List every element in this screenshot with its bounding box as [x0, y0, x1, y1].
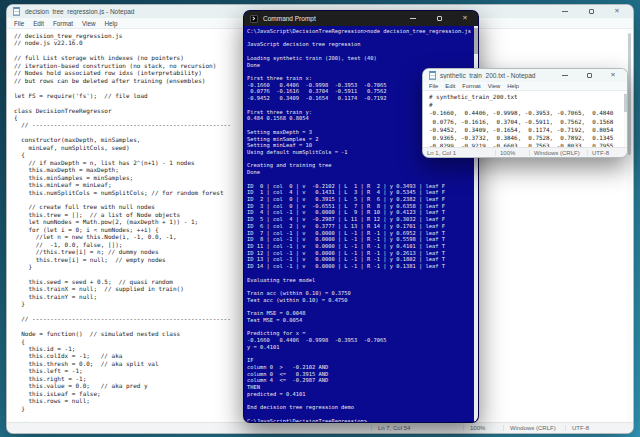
- close-icon: ✕: [610, 72, 615, 79]
- close-button[interactable]: ✕: [607, 70, 619, 81]
- scrollbar-thumb[interactable]: [474, 28, 478, 54]
- notepad-small-window: synthetic_train_200.txt - Notepad ✕ File…: [422, 68, 628, 158]
- window-title: synthetic_train_200.txt - Notepad: [440, 72, 555, 79]
- menu-file[interactable]: File: [14, 20, 24, 27]
- desktop: { "colors": { "cmd_background": "#0a0a91…: [0, 0, 640, 437]
- notepad-small-editor[interactable]: # synthetic_train_200.txt # -0.1660, 0.4…: [423, 92, 627, 147]
- notepad-main-statusbar: Ln 7, Col 54 100% Windows (CRLF) UTF-8: [7, 422, 633, 433]
- notepad-small-statusbar: Ln 1, Col 1 100% Windows (CRLF) UTF-8: [423, 147, 627, 157]
- menu-view[interactable]: View: [82, 20, 96, 27]
- minimize-icon: [562, 11, 568, 12]
- close-button[interactable]: ✕: [611, 6, 623, 17]
- menu-format[interactable]: Format: [53, 20, 73, 27]
- maximize-icon: [587, 73, 592, 78]
- minimize-icon: [410, 18, 416, 19]
- command-prompt-titlebar[interactable]: Command Prompt ✕: [244, 11, 478, 26]
- command-prompt-icon: [250, 15, 258, 23]
- encoding: UTF-8: [587, 150, 627, 156]
- zoom-level: 100%: [463, 425, 503, 431]
- menu-help[interactable]: Help: [507, 83, 519, 89]
- menu-edit[interactable]: Edit: [33, 20, 44, 27]
- cursor-position: Ln 7, Col 54: [371, 425, 463, 431]
- notepad-small-titlebar[interactable]: synthetic_train_200.txt - Notepad ✕: [423, 69, 627, 82]
- close-icon: ✕: [614, 8, 619, 15]
- menu-help[interactable]: Help: [105, 20, 118, 27]
- menu-edit[interactable]: Edit: [445, 83, 455, 89]
- line-ending: Windows (CRLF): [503, 425, 565, 431]
- maximize-icon: [589, 9, 594, 14]
- scrollbar-thumb[interactable]: [628, 33, 631, 155]
- notepad-small-scrollbar[interactable]: [624, 92, 627, 147]
- maximize-button[interactable]: [585, 6, 597, 17]
- notepad-icon: [429, 71, 436, 80]
- scrollbar-thumb[interactable]: [624, 94, 627, 112]
- minimize-button[interactable]: [407, 13, 419, 24]
- encoding: UTF-8: [565, 425, 609, 431]
- cursor-position: Ln 1, Col 1: [423, 150, 495, 156]
- minimize-icon: [562, 75, 568, 76]
- minimize-button[interactable]: [559, 6, 571, 17]
- line-ending: Windows (CRLF): [529, 150, 587, 156]
- notepad-small-menubar: File Edit Format View Help: [423, 82, 627, 91]
- maximize-button[interactable]: [583, 70, 595, 81]
- maximize-icon: [437, 16, 442, 21]
- maximize-button[interactable]: [433, 13, 445, 24]
- file-text: # synthetic_train_200.txt # -0.1660, 0.4…: [423, 92, 627, 147]
- menu-view[interactable]: View: [488, 83, 500, 89]
- close-icon: ✕: [462, 15, 467, 22]
- window-title: Command Prompt: [263, 15, 402, 22]
- menu-file[interactable]: File: [429, 83, 438, 89]
- menu-format[interactable]: Format: [462, 83, 480, 89]
- notepad-icon: [13, 7, 20, 16]
- close-button[interactable]: ✕: [459, 13, 471, 24]
- zoom-level: 100%: [495, 150, 529, 156]
- minimize-button[interactable]: [559, 70, 571, 81]
